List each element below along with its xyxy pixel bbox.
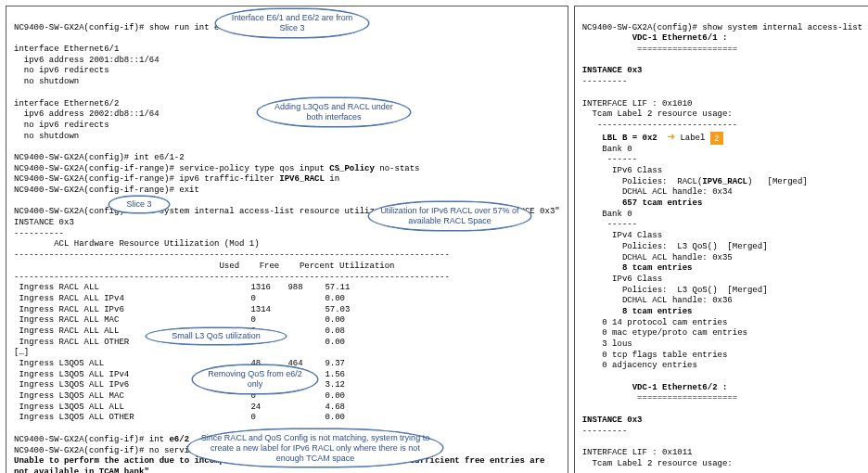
cli-line: 8 tcam entries <box>582 307 693 316</box>
cli-line: Tcam Label 2 resource usage: <box>582 109 733 119</box>
table-row: Ingress L3QOS ALL OTHER00.00 <box>14 413 345 422</box>
cli-line: NC9400-SW-GX2A(config-if-range)# service… <box>14 164 419 173</box>
cli-line: INSTANCE 0x3 <box>582 66 643 75</box>
cli-line: NC9400-SW-GX2A(config-if)# show run int … <box>14 23 244 32</box>
cli-line: 0 mac etype/proto cam entries <box>582 328 747 338</box>
label-line: LBL B = 0x2 ➜ Label 2 <box>582 134 723 143</box>
cli-line: 0 adjacency entries <box>582 361 697 370</box>
callout-slice3: Slice 3 <box>108 196 170 213</box>
cli-line: 0 tcp flags table entries <box>582 351 728 360</box>
cli-line: DCHAL ACL handle: 0x36 <box>582 296 733 305</box>
cli-line: 0 14 protocol cam entries <box>582 318 728 327</box>
cli-line: no shutdown <box>14 132 79 141</box>
table-row: Ingress RACL ALL IPv400.00 <box>14 294 345 303</box>
cli-line: Policies: L3 QoS() [Merged] <box>582 242 768 251</box>
cli-line: VDC-1 Ethernet6/1 : <box>582 33 728 43</box>
cli-line: no shutdown <box>14 77 79 86</box>
cli-line: IPv4 Class <box>582 231 662 240</box>
cli-line: INTERFACE LIF : 0x1010 <box>582 99 693 109</box>
callout-adding-l3qos-racl: Adding L3QoS and RACL under both interfa… <box>257 97 411 127</box>
cli-line: no ipv6 redirects <box>14 121 109 130</box>
right-terminal-pane: NC9400-SW-GX2A(config)# show system inte… <box>574 6 868 473</box>
cli-line: ipv6 address 2001:db8::1/64 <box>14 56 160 65</box>
callout-new-label-tcam: Since RACL and QoS Config is not matchin… <box>187 428 443 467</box>
ellipsis: […] <box>14 348 29 357</box>
cli-line: Bank 0 <box>582 210 632 219</box>
table-row: Ingress L3QOS ALL ALL244.68 <box>14 403 345 412</box>
table-row: Ingress RACL ALL131698857.11 <box>14 283 350 292</box>
cli-line: INTERFACE LIF : 0x1011 <box>582 448 693 457</box>
callout-small-qos: Small L3 QoS utilization <box>146 327 287 345</box>
cli-line: NC9400-SW-GX2A(config-if-range)# exit <box>14 185 199 195</box>
table-row: Ingress RACL ALL IPv6131457.03 <box>14 305 350 314</box>
table-header: Used Free Percent Utilization <box>14 262 395 271</box>
cli-line: NC9400-SW-GX2A(config)# int e6/1-2 <box>14 153 185 162</box>
cli-line: interface Ethernet6/1 <box>14 45 119 54</box>
arrow-icon: ➜ <box>668 134 675 142</box>
cli-line: 657 tcam entries <box>582 198 703 208</box>
callout-interfaces-slice3: Interface E6/1 and E6/2 are from Slice 3 <box>215 8 369 38</box>
cli-line: Policies: RACL(IPV6_RACL) [Merged] <box>582 177 808 186</box>
cli-line: ipv6 address 2002:db8::1/64 <box>14 109 160 119</box>
label-badge: 2 <box>710 132 723 145</box>
cli-line: INSTANCE 0x3 <box>14 218 74 227</box>
cli-line: IPv6 Class <box>582 166 662 175</box>
table-row: Ingress L3QOS ALL MAC00.00 <box>14 391 345 401</box>
cli-line: IPv6 Class <box>582 275 662 284</box>
cli-line: NC9400-SW-GX2A(config-if-range)# ipv6 tr… <box>14 174 339 184</box>
table-row: Ingress RACL ALL MAC00.00 <box>14 315 345 325</box>
cli-line: NC9400-SW-GX2A(config)# show system inte… <box>582 23 862 32</box>
cli-line: Bank 0 <box>582 145 632 154</box>
cli-line: no ipv6 redirects <box>14 66 109 75</box>
cli-line: VDC-1 Ethernet6/2 : <box>582 383 728 392</box>
cli-line: interface Ethernet6/2 <box>14 99 119 109</box>
cli-line: ACL Hardware Resource Utilization (Mod 1… <box>14 239 260 249</box>
cli-line: DCHAL ACL handle: 0x34 <box>582 187 733 197</box>
cli-line: 3 lous <box>582 339 632 349</box>
callout-racl-utilization: Utilization for IPv6 RACL over 57% of av… <box>368 201 531 231</box>
cli-line: INSTANCE 0x3 <box>582 415 643 425</box>
left-terminal-pane: NC9400-SW-GX2A(config-if)# show run int … <box>6 6 568 473</box>
callout-removing-qos: Removing QoS from e6/2 only <box>192 364 318 394</box>
cli-line: Tcam Label 2 resource usage: <box>582 459 733 468</box>
cli-line: Policies: L3 QoS() [Merged] <box>582 286 768 295</box>
cli-line: DCHAL ACL handle: 0x35 <box>582 253 733 262</box>
cli-line: NC9400-SW-GX2A(config-if)# int e6/2 <box>14 435 189 444</box>
cli-line: 8 tcam entries <box>582 263 693 273</box>
